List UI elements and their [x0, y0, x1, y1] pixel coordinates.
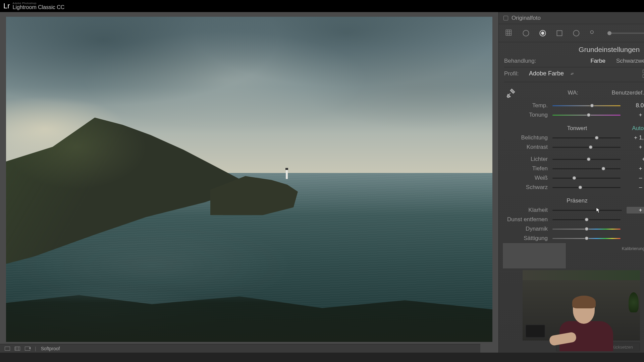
- svg-point-0: [523, 30, 529, 36]
- photo-preview[interactable]: [6, 17, 492, 342]
- histogram-tile[interactable]: [502, 243, 566, 269]
- radial-tool-icon[interactable]: [571, 28, 581, 38]
- temp-slider[interactable]: [552, 103, 621, 108]
- svg-rect-3: [557, 31, 562, 36]
- profile-label: Profil:: [504, 70, 524, 77]
- highlights-label: Lichter: [504, 156, 548, 163]
- presence-header: Präsenz: [567, 197, 587, 204]
- contrast-value[interactable]: + 13: [625, 144, 644, 150]
- wb-label: WA:: [518, 89, 612, 96]
- saturation-label: Sättigung: [504, 235, 548, 242]
- chevron-updown-icon[interactable]: ▴▾: [571, 71, 573, 76]
- separator: |: [35, 346, 36, 351]
- app-title: Lightroom Classic CC: [13, 5, 65, 10]
- profile-select[interactable]: Adobe Farbe: [529, 70, 564, 77]
- brush-tool-icon[interactable]: [588, 28, 598, 38]
- shadows-slider[interactable]: [552, 166, 621, 171]
- blacks-label: Schwarz: [504, 184, 548, 191]
- tint-slider[interactable]: [552, 113, 621, 117]
- canvas-area[interactable]: [0, 12, 498, 353]
- blacks-slider[interactable]: [552, 185, 621, 190]
- crop-tool-icon[interactable]: [504, 28, 514, 38]
- spot-tool-icon[interactable]: [521, 28, 531, 38]
- gradient-tool-icon[interactable]: [554, 28, 565, 38]
- highlights-slider[interactable]: [552, 157, 621, 162]
- softproof-toggle[interactable]: Softproof: [41, 346, 60, 351]
- temp-label: Temp.: [504, 102, 548, 109]
- whites-label: Weiß: [504, 175, 548, 181]
- blacks-value[interactable]: – 19: [625, 184, 644, 191]
- auto-button[interactable]: Autom.: [632, 125, 644, 132]
- dehaze-slider[interactable]: [552, 217, 621, 222]
- dehaze-value[interactable]: 0: [625, 216, 644, 223]
- clarity-label: Klarheit: [504, 207, 548, 214]
- view-single-icon[interactable]: [5, 347, 10, 351]
- saturation-slider[interactable]: [552, 236, 621, 241]
- exposure-value[interactable]: + 1,55: [625, 134, 644, 141]
- vibrance-slider[interactable]: [552, 227, 621, 231]
- tint-value[interactable]: + 10: [625, 112, 644, 118]
- wb-select[interactable]: Benutzerdef.: [612, 89, 644, 96]
- webcam-overlay: [523, 270, 640, 341]
- tint-label: Tonung: [504, 112, 548, 118]
- tone-header: Tonwert: [567, 125, 587, 132]
- shadows-label: Tiefen: [504, 165, 548, 172]
- profile-browser-icon[interactable]: [643, 70, 644, 78]
- app-logo: Lr: [3, 2, 10, 10]
- contrast-slider[interactable]: [552, 145, 621, 149]
- exposure-label: Belichtung: [504, 134, 548, 141]
- dehaze-label: Dunst entfernen: [504, 216, 548, 223]
- redeye-tool-icon[interactable]: [538, 28, 548, 38]
- filmstrip-bar[interactable]: [0, 353, 644, 362]
- vibrance-label: Dynamik: [504, 226, 548, 232]
- view-compare-icon[interactable]: [15, 347, 20, 351]
- clarity-slider[interactable]: [552, 208, 622, 213]
- svg-point-4: [573, 30, 579, 36]
- whites-value[interactable]: – 39: [625, 175, 644, 181]
- treatment-bw[interactable]: Schwarzweiß: [616, 58, 644, 64]
- basic-panel-title: Grundeinstellungen: [579, 46, 640, 54]
- highlights-value[interactable]: + 7: [625, 156, 644, 163]
- tool-strip: [499, 24, 644, 42]
- svg-point-2: [541, 32, 544, 35]
- vibrance-value[interactable]: 0: [625, 226, 644, 232]
- clarity-value[interactable]: + 37: [627, 207, 644, 214]
- view-survey-icon[interactable]: [25, 347, 30, 351]
- treatment-color[interactable]: Farbe: [590, 58, 605, 64]
- svg-point-5: [590, 31, 593, 34]
- cursor-icon: [596, 207, 601, 214]
- eyedropper-icon[interactable]: [504, 86, 518, 100]
- calibration-label[interactable]: Kalibrierung: [622, 246, 644, 251]
- contrast-label: Kontrast: [504, 144, 548, 150]
- original-checkbox[interactable]: [503, 16, 508, 20]
- saturation-value[interactable]: 0: [625, 235, 644, 242]
- whites-slider[interactable]: [552, 176, 621, 180]
- treatment-label: Behandlung:: [504, 58, 586, 64]
- brush-size-slider[interactable]: [607, 33, 644, 34]
- exposure-slider[interactable]: [552, 135, 621, 140]
- shadows-value[interactable]: + 52: [625, 165, 644, 172]
- original-label: Originalfoto: [512, 15, 541, 21]
- temp-value[interactable]: 8.085: [625, 102, 644, 109]
